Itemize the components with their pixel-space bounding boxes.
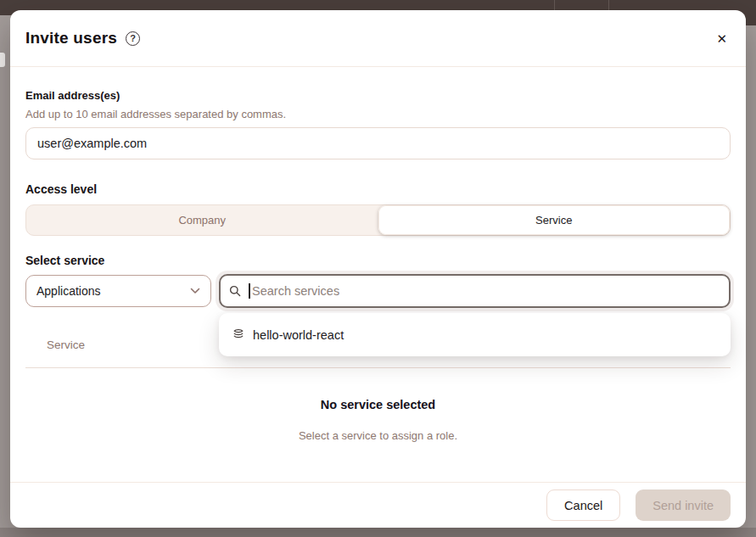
invite-users-modal: Invite users ? ✕ Email address(es) Add u… bbox=[10, 10, 746, 528]
modal-body: Email address(es) Add up to 10 email add… bbox=[10, 67, 746, 482]
help-icon[interactable]: ? bbox=[126, 31, 140, 46]
text-caret bbox=[249, 283, 250, 299]
search-result-label: hello-world-react bbox=[253, 328, 344, 342]
chevron-down-icon bbox=[190, 288, 200, 294]
access-level-option-company[interactable]: Company bbox=[26, 205, 378, 235]
search-result-item[interactable]: hello-world-react bbox=[219, 320, 731, 350]
service-type-selected-value: Applications bbox=[36, 284, 101, 298]
access-level-toggle: Company Service bbox=[25, 204, 731, 236]
email-field[interactable] bbox=[25, 127, 731, 159]
service-picker-row: Applications bbox=[25, 274, 731, 308]
select-service-label: Select service bbox=[25, 254, 731, 267]
background-page-footer bbox=[0, 528, 756, 537]
email-helper-text: Add up to 10 email addresses separated b… bbox=[25, 108, 731, 120]
empty-state: No service selected Select a service to … bbox=[25, 398, 731, 442]
modal-title: Invite users bbox=[25, 29, 117, 48]
empty-state-subtitle: Select a service to assign a role. bbox=[25, 429, 731, 442]
background-page-header-corner bbox=[744, 0, 756, 25]
access-level-option-service[interactable]: Service bbox=[378, 205, 731, 235]
search-results-dropdown: hello-world-react bbox=[219, 313, 731, 356]
background-artifact bbox=[0, 53, 5, 67]
cancel-button[interactable]: Cancel bbox=[546, 489, 620, 521]
service-search: hello-world-react bbox=[219, 274, 731, 308]
access-level-label: Access level bbox=[25, 182, 731, 196]
send-invite-button[interactable]: Send invite bbox=[636, 489, 731, 521]
empty-state-title: No service selected bbox=[25, 398, 731, 411]
stack-icon bbox=[232, 327, 244, 342]
modal-header: Invite users ? ✕ bbox=[10, 10, 746, 67]
search-input[interactable] bbox=[219, 274, 731, 308]
table-divider bbox=[25, 367, 731, 368]
email-label: Email address(es) bbox=[25, 89, 731, 102]
service-type-select[interactable]: Applications bbox=[25, 275, 211, 307]
modal-footer: Cancel Send invite bbox=[10, 482, 746, 528]
close-icon[interactable]: ✕ bbox=[713, 29, 731, 48]
